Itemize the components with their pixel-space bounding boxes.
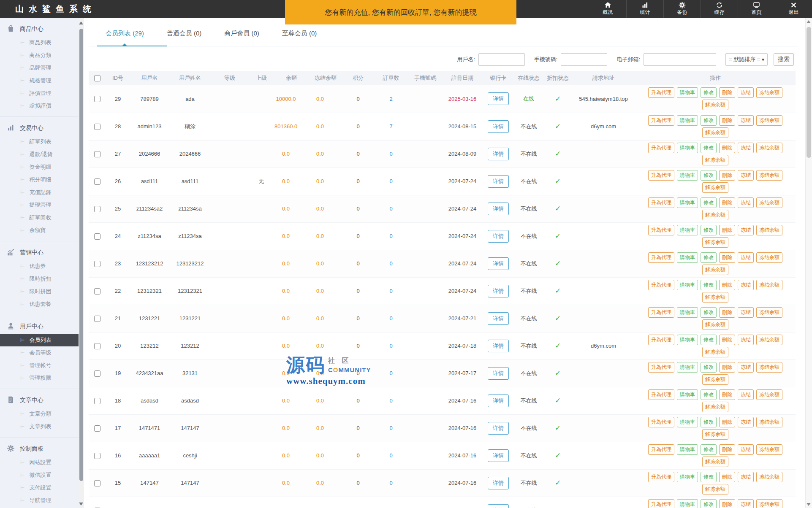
- sidebar-item-panel-1[interactable]: ⊢微信設置: [0, 469, 79, 481]
- action-freeze-button[interactable]: 冻结: [738, 362, 754, 373]
- bank-detail-button[interactable]: 详情: [488, 285, 509, 297]
- bank-detail-button[interactable]: 详情: [488, 312, 509, 325]
- action-unfreeze-balance-button[interactable]: 解冻余額: [702, 374, 728, 385]
- row-checkbox[interactable]: [94, 370, 100, 377]
- bank-detail-button[interactable]: 详情: [488, 148, 509, 160]
- action-delete-button[interactable]: 刪除: [719, 143, 735, 153]
- action-edit-button[interactable]: 修改: [701, 197, 717, 208]
- bank-detail-button[interactable]: 详情: [488, 504, 509, 508]
- sidebar-item-trade-2[interactable]: ⊢资金明细: [0, 161, 79, 173]
- row-checkbox[interactable]: [94, 480, 100, 486]
- action-upgrade-agent-button[interactable]: 升為代理: [648, 225, 674, 235]
- sidebar-item-marketing-1[interactable]: ⊢限時折扣: [0, 273, 79, 285]
- action-edit-button[interactable]: 修改: [701, 143, 717, 153]
- action-freeze-button[interactable]: 冻结: [738, 499, 754, 508]
- sidebar-scrollbar[interactable]: [79, 18, 84, 508]
- check-icon[interactable]: ✓: [555, 287, 561, 295]
- check-icon[interactable]: ✓: [555, 342, 561, 350]
- sidebar-section-panel[interactable]: 控制面板: [0, 442, 79, 456]
- topnav-item-stats[interactable]: 统计: [626, 0, 663, 18]
- sidebar-item-panel-2[interactable]: ⊢支付設置: [0, 481, 79, 494]
- email-input[interactable]: [644, 53, 716, 66]
- sidebar-item-users-0[interactable]: ⊢会员列表: [0, 334, 79, 346]
- action-edit-button[interactable]: 修改: [701, 444, 717, 455]
- row-checkbox[interactable]: [94, 343, 100, 349]
- action-unfreeze-balance-button[interactable]: 解冻余額: [702, 100, 728, 110]
- tab-members-normal[interactable]: 普通会员 (0): [161, 30, 208, 46]
- cell-orders[interactable]: 7: [373, 113, 409, 140]
- sidebar-item-products-2[interactable]: ⊢品牌管理: [0, 62, 79, 74]
- bank-detail-button[interactable]: 详情: [488, 395, 509, 407]
- action-upgrade-agent-button[interactable]: 升為代理: [648, 170, 674, 181]
- sidebar-item-users-1[interactable]: ⊢会员等级: [0, 346, 79, 359]
- row-checkbox[interactable]: [94, 261, 100, 267]
- action-delete-button[interactable]: 刪除: [719, 87, 735, 98]
- username-input[interactable]: [478, 53, 525, 66]
- action-upgrade-agent-button[interactable]: 升為代理: [648, 417, 674, 427]
- sidebar-item-trade-5[interactable]: ⊢提現管理: [0, 199, 79, 211]
- check-icon[interactable]: ✓: [555, 150, 561, 158]
- row-checkbox[interactable]: [94, 206, 100, 212]
- action-edit-button[interactable]: 修改: [701, 115, 717, 126]
- action-edit-button[interactable]: 修改: [701, 307, 717, 318]
- action-cart-button[interactable]: 購物車: [677, 444, 698, 455]
- action-freeze-button[interactable]: 冻结: [738, 143, 754, 153]
- topnav-item-homepage[interactable]: 首頁: [738, 0, 775, 18]
- sidebar-section-marketing[interactable]: 营销中心: [0, 246, 79, 260]
- action-freeze-balance-button[interactable]: 冻结余額: [756, 335, 782, 345]
- phone-input[interactable]: [561, 53, 607, 66]
- action-unfreeze-balance-button[interactable]: 解冻余額: [702, 155, 728, 165]
- sidebar-item-products-0[interactable]: ⊢商品列表: [0, 36, 79, 49]
- action-freeze-balance-button[interactable]: 冻结余額: [756, 417, 782, 427]
- sidebar-item-trade-6[interactable]: ⊢訂單回收: [0, 211, 79, 224]
- action-unfreeze-balance-button[interactable]: 解冻余額: [702, 484, 728, 494]
- page-scrollbar[interactable]: [805, 18, 812, 508]
- scroll-down-icon[interactable]: [79, 503, 83, 505]
- sidebar-item-articles-0[interactable]: ⊢文章分類: [0, 408, 79, 420]
- action-upgrade-agent-button[interactable]: 升為代理: [648, 197, 674, 208]
- action-cart-button[interactable]: 購物車: [677, 87, 698, 98]
- sidebar-section-trade[interactable]: 交易中心: [0, 121, 79, 135]
- row-checkbox[interactable]: [94, 316, 100, 322]
- action-freeze-balance-button[interactable]: 冻结余額: [756, 87, 782, 98]
- sidebar-section-articles[interactable]: 文章中心: [0, 393, 79, 408]
- action-cart-button[interactable]: 購物車: [677, 417, 698, 427]
- sidebar-item-products-4[interactable]: ⊢評價管理: [0, 87, 79, 100]
- bank-detail-button[interactable]: 详情: [488, 175, 509, 188]
- action-freeze-balance-button[interactable]: 冻结余額: [756, 499, 782, 508]
- cell-orders[interactable]: 0: [373, 442, 409, 469]
- action-upgrade-agent-button[interactable]: 升為代理: [648, 252, 674, 263]
- check-icon[interactable]: ✓: [555, 369, 561, 377]
- page-scrollbar-thumb[interactable]: [807, 27, 811, 158]
- action-freeze-balance-button[interactable]: 冻结余額: [756, 280, 782, 290]
- check-icon[interactable]: ✓: [555, 314, 561, 322]
- row-checkbox[interactable]: [94, 398, 100, 404]
- cell-orders[interactable]: 0: [373, 359, 409, 387]
- action-edit-button[interactable]: 修改: [701, 472, 717, 482]
- sidebar-item-products-1[interactable]: ⊢商品分類: [0, 49, 79, 62]
- action-freeze-balance-button[interactable]: 冻结余額: [756, 143, 782, 153]
- action-delete-button[interactable]: 刪除: [719, 307, 735, 318]
- action-cart-button[interactable]: 購物車: [677, 499, 698, 508]
- action-edit-button[interactable]: 修改: [701, 417, 717, 427]
- check-icon[interactable]: ✓: [555, 451, 561, 459]
- action-delete-button[interactable]: 刪除: [719, 197, 735, 208]
- sidebar-item-articles-1[interactable]: ⊢文章列表: [0, 420, 79, 433]
- select-all-checkbox[interactable]: [94, 75, 100, 81]
- action-delete-button[interactable]: 刪除: [719, 417, 735, 427]
- sidebar-item-trade-1[interactable]: ⊢退款/退貨: [0, 148, 79, 161]
- cell-orders[interactable]: 0: [373, 195, 409, 222]
- action-upgrade-agent-button[interactable]: 升為代理: [648, 389, 674, 400]
- action-delete-button[interactable]: 刪除: [719, 170, 735, 181]
- action-freeze-button[interactable]: 冻结: [738, 389, 754, 400]
- cell-orders[interactable]: 0: [373, 387, 409, 414]
- action-freeze-balance-button[interactable]: 冻结余額: [756, 197, 782, 208]
- action-delete-button[interactable]: 刪除: [719, 252, 735, 263]
- row-checkbox[interactable]: [94, 288, 100, 295]
- action-unfreeze-balance-button[interactable]: 解冻余額: [702, 127, 728, 138]
- cell-orders[interactable]: 0: [373, 140, 409, 168]
- sidebar-item-products-3[interactable]: ⊢规格管理: [0, 74, 79, 87]
- action-freeze-button[interactable]: 冻结: [738, 472, 754, 482]
- check-icon[interactable]: ✓: [555, 479, 561, 487]
- action-freeze-button[interactable]: 冻结: [738, 335, 754, 345]
